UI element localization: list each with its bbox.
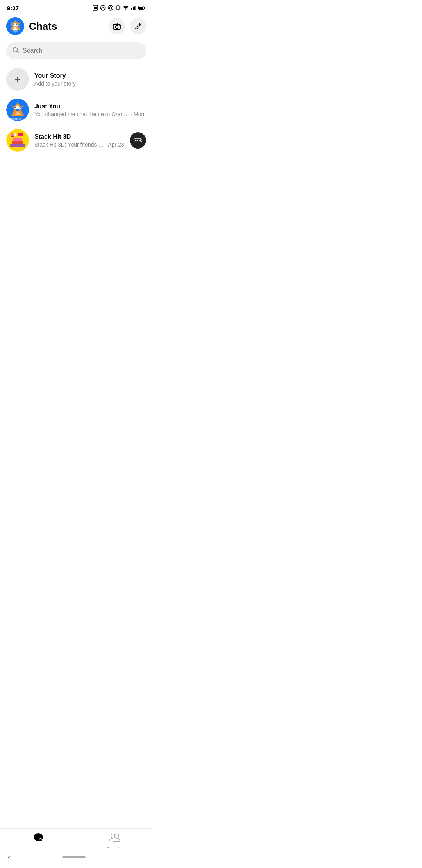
svg-point-9: [125, 9, 126, 10]
signal-icon: [131, 5, 136, 10]
chat-avatar-stack-hit: [6, 129, 29, 152]
story-subtitle: Add to your story: [34, 81, 76, 87]
chat-avatar-just-you: malavida.com: [6, 99, 29, 121]
svg-rect-1: [94, 7, 97, 9]
chat-name-just-you: Just You: [34, 103, 146, 110]
svg-point-37: [20, 107, 21, 108]
search-icon: [13, 47, 19, 55]
svg-rect-44: [18, 133, 23, 136]
search-container: [0, 39, 152, 64]
battery-icon: [138, 6, 145, 10]
messenger-icon: [100, 5, 106, 11]
svg-point-49: [135, 140, 136, 141]
svg-point-36: [14, 107, 16, 108]
svg-rect-43: [13, 138, 22, 141]
header: Chats: [0, 14, 152, 39]
chat-item-just-you[interactable]: malavida.com Just You You changed the ch…: [0, 95, 152, 125]
svg-rect-42: [12, 141, 23, 144]
svg-point-23: [16, 24, 18, 25]
avatar[interactable]: [6, 17, 24, 35]
svg-rect-11: [133, 7, 134, 10]
svg-point-2: [100, 5, 106, 10]
circle-icon: [108, 5, 113, 11]
notification-icon: [93, 5, 98, 11]
svg-point-4: [109, 7, 112, 9]
search-bar[interactable]: [6, 42, 146, 59]
svg-rect-6: [117, 6, 119, 10]
svg-rect-10: [131, 8, 132, 10]
game-action-button[interactable]: [130, 132, 146, 149]
chat-item-stack-hit[interactable]: Stack Hit 3D Stack Hit 3D: Your friends …: [0, 125, 152, 156]
chat-name-stack-hit: Stack Hit 3D: [34, 133, 124, 140]
wifi-icon: [123, 5, 129, 10]
story-item[interactable]: + Your Story Add to your story: [0, 64, 152, 95]
svg-text:malavida.com: malavida.com: [10, 118, 22, 120]
vibrate-icon: [115, 5, 121, 11]
svg-rect-13: [136, 5, 136, 10]
plus-icon: +: [14, 73, 21, 86]
svg-rect-15: [139, 7, 143, 9]
svg-point-3: [108, 5, 113, 10]
chat-preview-stack-hit: Stack Hit 3D: Your friends … · Apr 28: [34, 142, 124, 148]
svg-point-27: [119, 25, 120, 26]
status-icons: [93, 5, 145, 11]
status-time: 9:07: [7, 5, 19, 11]
svg-line-30: [17, 51, 18, 53]
edit-button[interactable]: [130, 18, 146, 34]
chat-preview-just-you: You changed the chat theme to Oran… · Mo…: [34, 111, 146, 117]
svg-rect-41: [10, 144, 25, 147]
camera-button[interactable]: [109, 18, 125, 34]
svg-point-22: [13, 24, 14, 25]
svg-point-26: [116, 26, 118, 29]
svg-point-47: [11, 136, 14, 137]
search-input[interactable]: [23, 47, 140, 54]
page-title: Chats: [29, 20, 104, 32]
status-bar: 9:07: [0, 0, 152, 14]
story-title: Your Story: [34, 72, 76, 79]
svg-rect-12: [134, 6, 136, 10]
add-story-button[interactable]: +: [6, 68, 29, 91]
svg-point-50: [137, 140, 138, 141]
